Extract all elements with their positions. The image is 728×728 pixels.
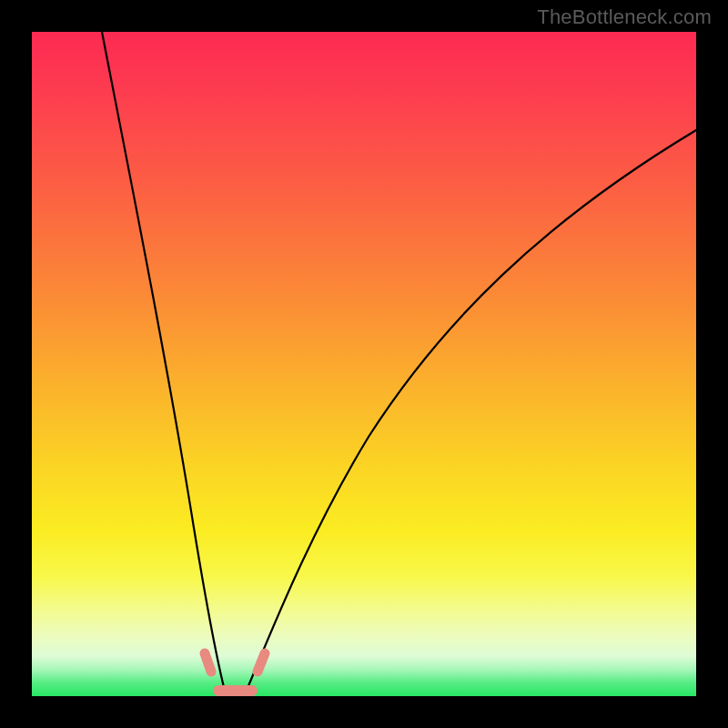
- left-branch-curve: [102, 32, 226, 694]
- svg-line-1: [258, 653, 265, 672]
- plot-area: [32, 32, 696, 696]
- svg-line-0: [205, 653, 211, 672]
- marker-cluster-right: [258, 653, 265, 672]
- watermark-label: TheBottleneck.com: [537, 5, 712, 29]
- curves-svg: [32, 32, 696, 696]
- chart-frame: TheBottleneck.com: [0, 0, 728, 728]
- marker-cluster-left: [205, 653, 211, 672]
- right-branch-curve: [245, 130, 696, 694]
